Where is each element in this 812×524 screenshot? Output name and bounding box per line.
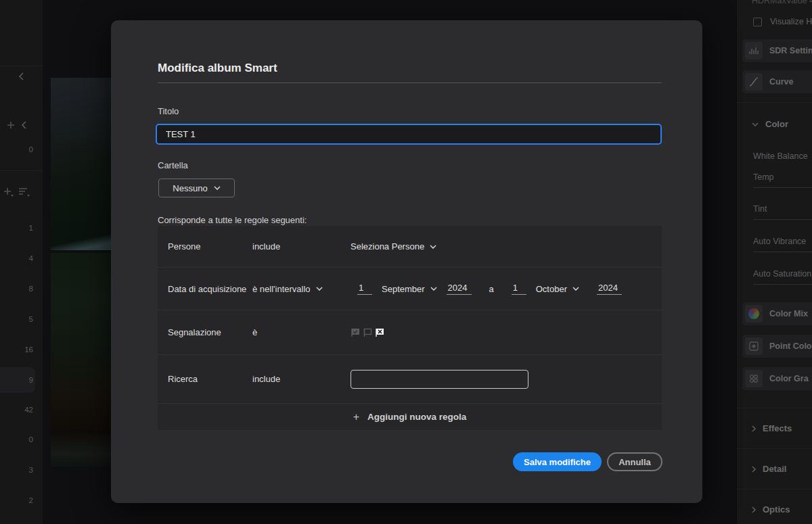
add-rule-label: Aggiungi nuova regola — [367, 412, 466, 422]
search-term-input[interactable] — [351, 370, 528, 389]
folder-dropdown[interactable]: Nessuno — [158, 178, 235, 197]
chevron-down-icon — [430, 287, 437, 291]
rule-operator: è — [252, 327, 351, 337]
title-divider — [158, 82, 662, 83]
flag-reject-icon[interactable] — [375, 328, 384, 337]
rule-row-capture-date: Data di acquisizione è nell'intervallo 1… — [158, 268, 662, 310]
save-button[interactable]: Salva modifiche — [513, 452, 602, 471]
rule-operator: include — [252, 241, 351, 252]
chevron-down-icon — [214, 186, 221, 190]
start-day-field[interactable]: 1 — [357, 283, 372, 295]
rule-row-flag: Segnalazione è — [158, 310, 662, 355]
select-people-dropdown[interactable]: Seleziona Persone — [351, 241, 436, 252]
start-year-field[interactable]: 2024 — [447, 283, 472, 295]
end-day-field[interactable]: 1 — [512, 283, 526, 295]
flag-neutral-icon[interactable] — [363, 328, 372, 337]
rule-row-persone: Persone include Seleziona Persone — [158, 226, 662, 268]
start-month-dropdown[interactable]: September — [382, 284, 437, 294]
folder-dropdown-value: Nessuno — [173, 183, 207, 193]
edit-smart-album-dialog: Modifica album Smart Titolo Cartella Nes… — [111, 20, 702, 503]
rule-field: Ricerca — [158, 374, 252, 384]
flag-pick-icon[interactable] — [351, 328, 360, 337]
rules-list: Persone include Seleziona Persone Data d… — [158, 226, 662, 430]
rule-field: Data di acquisizione — [158, 284, 252, 294]
titolo-label: Titolo — [158, 106, 179, 116]
chevron-down-icon — [430, 245, 436, 249]
rules-header: Corrisponde a tutte le regole seguenti: — [158, 215, 307, 225]
date-range-joiner: a — [489, 284, 494, 294]
cartella-label: Cartella — [158, 160, 188, 170]
rule-operator: include — [252, 374, 351, 384]
end-month-dropdown[interactable]: October — [536, 284, 579, 294]
end-year-field[interactable]: 2024 — [597, 283, 622, 295]
dialog-title: Modifica album Smart — [158, 62, 277, 75]
date-operator-dropdown[interactable]: è nell'intervallo — [252, 284, 323, 294]
album-title-input[interactable] — [156, 124, 662, 145]
rule-field: Persone — [158, 241, 252, 252]
cancel-button[interactable]: Annulla — [607, 452, 662, 471]
chevron-down-icon — [316, 287, 323, 291]
chevron-down-icon — [572, 287, 579, 291]
rule-field: Segnalazione — [158, 327, 252, 337]
add-rule-button[interactable]: + Aggiungi nuova regola — [158, 404, 662, 430]
rule-row-search: Ricerca include — [158, 355, 662, 404]
plus-icon: + — [353, 411, 359, 423]
